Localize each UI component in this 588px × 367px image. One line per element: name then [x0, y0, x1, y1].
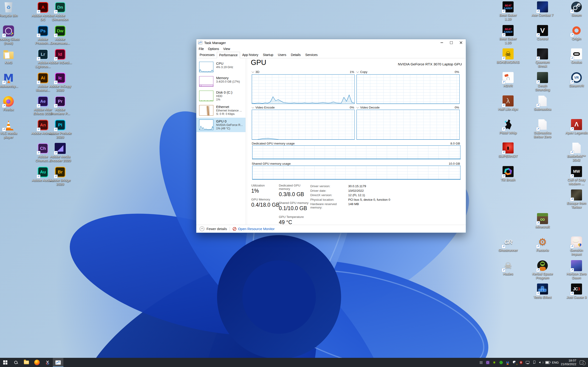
desktop-icon-tetris-effect[interactable]: ↗Tetris Effect [530, 284, 555, 299]
desktop-icon-control[interactable]: V↗Control [530, 25, 555, 41]
desktop-icon-adobe-dreamweaver[interactable]: Dw↗Adobe Dreamwea... [48, 25, 73, 45]
desktop-icon-kerbal-space-program[interactable]: ↗Kerbal Space Program [530, 260, 555, 280]
tab-app-history[interactable]: App history [240, 52, 261, 58]
network-tray-icon[interactable] [525, 360, 530, 365]
desktop-icon-ghostrunner[interactable]: GR↗Ghostrunner [495, 236, 521, 252]
minimize-button[interactable] [437, 39, 447, 46]
desktop-icon-steamvr[interactable]: VR↗SteamVR [564, 72, 588, 88]
nvidia-settings-tray-icon[interactable] [492, 360, 497, 365]
desktop-icon-recycle-bin[interactable]: ♻Recycle Bin [0, 2, 21, 17]
desktop-icon-just-cause-3[interactable]: JC3↗Just Cause 3 [564, 284, 588, 299]
desktop-icon-adobe-bridge[interactable]: Br↗Adobe Bridge 2020 [48, 167, 73, 186]
sidebar-label: Memory [216, 76, 229, 80]
start-button[interactable] [0, 358, 10, 367]
desktop-icon-hades[interactable]: ☠↗Hades [495, 260, 521, 276]
maximize-button[interactable] [447, 39, 456, 46]
desktop-icon-battlefield-2042[interactable]: ↗Battlefield™ 2042 [564, 142, 588, 162]
desktop-icon-apex-legends[interactable]: Λ↗Apex Legends [564, 119, 588, 135]
menu-view[interactable]: View [221, 47, 232, 52]
language-indicator[interactable]: ENG [552, 361, 559, 364]
close-button[interactable] [456, 39, 466, 46]
desktop-icon-subnautica-below-zero[interactable]: ↗Subnautica Below Zero [530, 119, 555, 139]
title-bar[interactable]: Task Manager [196, 39, 466, 46]
desktop-icon-vlc-media-player[interactable]: ↗VLC media player [0, 119, 21, 139]
desktop-icon-label: Subnautica Below Zero [531, 131, 554, 139]
desktop-icon-death-stranding[interactable]: ↗Death Stranding [530, 72, 555, 92]
desktop-icon-beat-saber-119[interactable]: BEATSABER↗Beat Saber 1.19 [495, 1, 521, 21]
desktop-icon-adobe-incopy[interactable]: Ic↗Adobe InCopy 2020 [48, 73, 73, 92]
fewer-details-button[interactable]: Fewer details [196, 226, 227, 231]
desktop-icon-malwarebytes[interactable]: M↗Malwareby... [0, 73, 21, 88]
desktop-icon-adobe-dimension[interactable]: Dn↗Adobe Dimension [48, 2, 73, 21]
menu-file[interactable]: File [197, 47, 206, 52]
hidden-icons-button[interactable] [479, 360, 483, 365]
resource-monitor-icon [233, 227, 236, 231]
open-resource-monitor-link[interactable]: Open Resource Monitor [233, 227, 275, 231]
desktop-icon-half-life-alyx[interactable]: λ↗Half Life Alyx [495, 95, 521, 111]
sidebar-scrollbar[interactable] [246, 58, 248, 225]
malwarebytes-tray-icon[interactable]: M [505, 360, 510, 365]
sidebar-item-ethernet[interactable]: EthernetEthernet Instance ...S: 0 R: 0 K… [196, 103, 246, 118]
tab-performance[interactable]: Performance [217, 52, 240, 58]
looking-glass-tray-icon[interactable] [485, 360, 490, 365]
battery-tray-icon[interactable] [545, 360, 550, 365]
desktop-icon-oculus[interactable]: ↗Oculus [564, 48, 588, 64]
desktop-icon-ace-combat-7[interactable]: ↗Ace Combat 7 [530, 1, 555, 17]
desktop-icon-looking-glass-host[interactable]: ↗Looking Glass (host) [0, 25, 21, 45]
volume-tray-icon[interactable] [539, 360, 543, 365]
desktop-icon-minecraft[interactable]: ∞↗Minecraft [530, 213, 555, 229]
tab-processes[interactable]: Processes [197, 52, 217, 58]
razer-synapse-tray-icon[interactable] [499, 360, 503, 365]
desktop-icon-call-of-duty-modern-warfare[interactable]: MW↗Call of Duty Modern ... [564, 166, 588, 186]
desktop-icon-factorio[interactable]: ⚙↗Factorio [530, 236, 555, 252]
desktop-icon-origin[interactable]: ↗Origin [564, 25, 588, 41]
taskbar-file-explorer[interactable] [21, 358, 32, 367]
tab-services[interactable]: Services [303, 52, 320, 58]
taskbar-firefox[interactable] [32, 358, 42, 367]
clock[interactable]: 18:07 21/03/2022 [561, 359, 576, 366]
chevron-down-icon[interactable] [251, 106, 254, 108]
desktop-icon-quantum-break[interactable]: ↗Quantum Break [530, 48, 555, 68]
chart-header-video-encode: Video Encode 0% [252, 105, 354, 109]
desktop-icon-escape-from-tarkov[interactable]: ↗Escape from Tarkov [564, 190, 588, 209]
desktop-icon-steam[interactable]: ↗Steam [564, 1, 588, 17]
desktop-icon-horizon-zero-dawn[interactable]: ↗Horizon Zero Dawn [564, 260, 588, 280]
tray-app-icon[interactable]: 8 [519, 360, 523, 365]
usb-eject-tray-icon[interactable]: ✓ [532, 360, 536, 365]
windows-security-tray-icon[interactable]: ⚠ [512, 360, 517, 365]
chevron-down-icon[interactable] [356, 106, 359, 108]
desktop-icon-adobe-premiere-pro[interactable]: Pr↗Adobe Premiere P... [48, 96, 73, 115]
sidebar-item-gpu[interactable]: GPU 0NVIDIA GeForce R...1% (49 °C) [196, 118, 246, 132]
desktop-icon-boneworks[interactable]: ☠↗BONEWORKS [495, 48, 521, 64]
chevron-down-icon[interactable] [251, 70, 254, 73]
notification-center-button[interactable]: 1 [578, 360, 585, 365]
desktop-icon-firefox[interactable]: ↗Firefox [0, 96, 21, 111]
desktop-icon-label: Genshin Impact [565, 248, 588, 256]
desktop-icon-beat-saber-120[interactable]: BEATSABER↗Beat Saber 1.20 [495, 25, 521, 44]
tab-startup[interactable]: Startup [261, 52, 276, 58]
taskbar-task-manager[interactable] [53, 358, 63, 367]
shortcut-arrow-icon: ↗ [2, 127, 6, 131]
desktop-icon-tilt-brush[interactable]: ↗Tilt Brush [495, 166, 521, 182]
taskbar-search-button[interactable] [10, 358, 21, 367]
desktop-icon-subnautica[interactable]: ↗Subnautica [530, 95, 555, 111]
desktop-icon-pistol-whip[interactable]: ↗Pistol Whip [495, 119, 521, 135]
tab-users[interactable]: Users [276, 52, 289, 58]
shortcut-arrow-icon: ↗ [36, 81, 40, 84]
desktop-icon-adobe-prelude[interactable]: Pl↗Adobe Prelude 2020 [48, 119, 73, 139]
menu-options[interactable]: Options [206, 47, 221, 52]
desktop-icon-adobe-indesign[interactable]: Id↗Adobe InDesi... [48, 49, 73, 65]
desktop-icon-superhot[interactable]: ▮↗SUPERHOT [495, 142, 521, 158]
sidebar-item-cpu[interactable]: CPU4% 3.19 GHz [196, 60, 246, 74]
desktop-icon-h3vr[interactable]: ∩↗H3VR [495, 72, 521, 88]
chevron-down-icon[interactable] [356, 70, 359, 73]
desktop-icon-genshin-impact[interactable]: ↗Genshin Impact [564, 236, 588, 256]
tab-details[interactable]: Details [288, 52, 303, 58]
sidebar-item-disk[interactable]: Disk 0 (C:)HDD1% [196, 89, 246, 103]
shortcut-arrow-icon: ↗ [502, 174, 506, 178]
desktop-icon-kms[interactable]: KMS [0, 49, 21, 65]
sidebar-item-memory[interactable]: Memory3.4/20.0 GB (17%) [196, 74, 246, 89]
divider [230, 227, 230, 231]
taskbar-snipping-tool[interactable] [42, 358, 53, 367]
desktop-icon-adobe-media-encoder[interactable]: ↗Adobe Media Encoder 2020 [48, 143, 73, 162]
